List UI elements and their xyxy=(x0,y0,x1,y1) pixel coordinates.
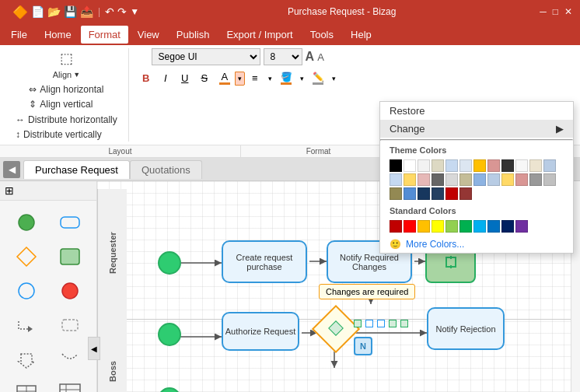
maximize-btn[interactable]: □ xyxy=(553,6,558,17)
shape-circle[interactable] xyxy=(6,207,47,238)
theme-color-swatch[interactable] xyxy=(543,159,556,172)
theme-color-swatch[interactable] xyxy=(445,159,458,172)
menu-item-help[interactable]: Help xyxy=(343,26,379,44)
start-event-requester[interactable] xyxy=(158,251,181,275)
menu-item-publish[interactable]: Publish xyxy=(169,26,218,44)
more-colors-option[interactable]: 🙂 More Colors... xyxy=(380,236,573,253)
theme-color-swatch[interactable] xyxy=(459,159,472,172)
theme-color-swatch[interactable] xyxy=(501,159,514,172)
diamond-shape[interactable] xyxy=(312,305,360,353)
shape-process[interactable] xyxy=(50,241,90,272)
export-icon[interactable]: 📤 xyxy=(80,5,93,18)
theme-color-swatch[interactable] xyxy=(404,187,416,200)
theme-color-swatch[interactable] xyxy=(473,159,486,172)
theme-color-swatch[interactable] xyxy=(404,173,416,186)
panel-toggle-btn[interactable]: ◀ xyxy=(88,337,100,360)
theme-color-swatch[interactable] xyxy=(445,187,458,200)
standard-color-swatch[interactable] xyxy=(515,220,528,233)
theme-color-swatch[interactable] xyxy=(515,159,528,172)
save-icon[interactable]: 💾 xyxy=(64,5,77,18)
authorize-request-shape[interactable]: Authorize Request xyxy=(222,312,299,351)
line-color-btn[interactable]: ✏️ xyxy=(308,69,329,88)
notify-rejection-shape[interactable]: Notify Rejection xyxy=(427,307,505,350)
menu-item-export-import[interactable]: Export / Import xyxy=(218,26,300,44)
align-button[interactable]: ⬚ Align ▼ xyxy=(47,48,86,81)
back-button[interactable]: ◀ xyxy=(3,161,20,178)
standard-color-swatch[interactable] xyxy=(501,220,514,233)
shape-arrow-down[interactable] xyxy=(6,344,47,375)
shape-table[interactable] xyxy=(6,378,47,392)
theme-color-swatch[interactable] xyxy=(459,173,472,186)
theme-color-swatch[interactable] xyxy=(390,159,402,172)
shape-circle-outline[interactable] xyxy=(6,275,47,306)
font-color-dropdown-btn[interactable]: ▾ xyxy=(235,72,245,86)
theme-color-swatch[interactable] xyxy=(404,159,416,172)
open-icon[interactable]: 📂 xyxy=(47,5,61,18)
restore-option[interactable]: Restore xyxy=(380,102,573,120)
menu-item-format[interactable]: Format xyxy=(81,26,128,44)
theme-color-swatch[interactable] xyxy=(445,173,458,186)
theme-color-swatch[interactable] xyxy=(515,173,528,186)
shape-diamond[interactable] xyxy=(6,241,47,272)
close-btn[interactable]: ✕ xyxy=(564,6,572,17)
font-size-increase-btn[interactable]: A xyxy=(306,50,315,64)
text-align-btn[interactable]: ≡ xyxy=(246,69,264,88)
distribute-horizontally-btn[interactable]: ↔ Distribute horizontally xyxy=(11,113,122,127)
start-event-bottom[interactable] xyxy=(158,387,181,392)
font-size-decrease-btn[interactable]: A xyxy=(317,51,324,63)
standard-color-swatch[interactable] xyxy=(487,220,500,233)
standard-color-swatch[interactable] xyxy=(432,220,444,233)
theme-color-swatch[interactable] xyxy=(432,173,444,186)
tab-purchase-request[interactable]: Purchase Request xyxy=(23,160,130,179)
new-icon[interactable]: 📄 xyxy=(31,5,44,18)
font-family-select[interactable]: Segoe UI xyxy=(152,48,260,65)
distribute-vertically-btn[interactable]: ↕ Distribute vertically xyxy=(11,128,122,142)
change-option[interactable]: Change ▶ xyxy=(380,120,573,138)
menu-item-view[interactable]: View xyxy=(130,26,167,44)
theme-color-swatch[interactable] xyxy=(418,187,430,200)
line-color-dropdown-btn[interactable]: ▾ xyxy=(329,72,339,86)
menu-item-tools[interactable]: Tools xyxy=(302,26,341,44)
theme-color-swatch[interactable] xyxy=(432,187,444,200)
menu-item-home[interactable]: Home xyxy=(37,26,79,44)
theme-color-swatch[interactable] xyxy=(418,173,430,186)
theme-color-swatch[interactable] xyxy=(473,173,486,186)
standard-color-swatch[interactable] xyxy=(390,220,402,233)
redo-icon[interactable]: ↷ xyxy=(117,5,127,18)
minimize-btn[interactable]: ─ xyxy=(540,6,547,17)
tab-quotations[interactable]: Quotations xyxy=(130,160,202,179)
shapes-grid-icon[interactable]: ⊞ xyxy=(5,184,14,197)
text-align-dropdown[interactable]: ▾ xyxy=(265,72,275,86)
more-icon[interactable]: ▼ xyxy=(130,6,139,17)
shape-curved-arrow[interactable] xyxy=(50,344,90,375)
theme-color-swatch[interactable] xyxy=(418,159,430,172)
standard-color-swatch[interactable] xyxy=(445,220,458,233)
align-vertical-btn[interactable]: ⇕ Align vertical xyxy=(24,97,108,111)
standard-color-swatch[interactable] xyxy=(459,220,472,233)
fill-color-btn[interactable]: 🪣 xyxy=(276,69,297,88)
start-event-boss[interactable] xyxy=(158,323,181,346)
align-dropdown-arrow[interactable]: ▼ xyxy=(73,71,80,79)
standard-color-swatch[interactable] xyxy=(404,220,416,233)
theme-color-swatch[interactable] xyxy=(487,173,500,186)
shape-rounded-rect[interactable] xyxy=(50,207,90,238)
fill-color-dropdown-btn[interactable]: ▾ xyxy=(297,72,307,86)
standard-color-swatch[interactable] xyxy=(473,220,486,233)
standard-color-swatch[interactable] xyxy=(418,220,430,233)
font-size-select[interactable]: 8 xyxy=(264,48,302,65)
theme-color-swatch[interactable] xyxy=(501,173,514,186)
create-request-shape[interactable]: Create request purchase xyxy=(222,240,307,283)
theme-color-swatch[interactable] xyxy=(487,159,500,172)
theme-color-swatch[interactable] xyxy=(390,187,402,200)
theme-color-swatch[interactable] xyxy=(529,159,542,172)
italic-btn[interactable]: I xyxy=(156,69,175,88)
align-horizontal-btn[interactable]: ⇔ Align horizontal xyxy=(24,82,108,96)
undo-icon[interactable]: ↶ xyxy=(105,5,114,18)
shape-corner-arrow[interactable] xyxy=(6,310,47,341)
shape-complex-table[interactable] xyxy=(50,378,90,392)
strikethrough-btn[interactable]: S xyxy=(195,69,214,88)
theme-color-swatch[interactable] xyxy=(459,187,472,200)
underline-btn[interactable]: U xyxy=(176,69,194,88)
theme-color-swatch[interactable] xyxy=(390,173,402,186)
menu-item-file[interactable]: File xyxy=(3,26,35,44)
